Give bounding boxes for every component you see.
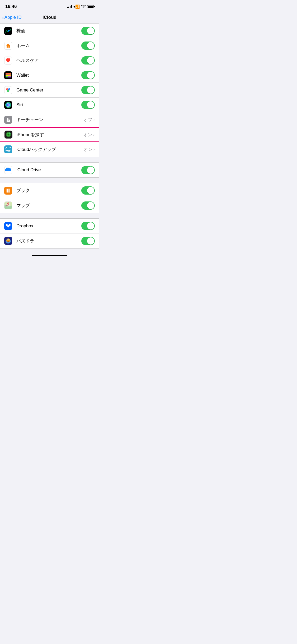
dropbox-icon <box>4 222 12 230</box>
settings-group-4: Dropbox パズドラ <box>0 218 99 249</box>
iclouddrive-toggle[interactable] <box>81 166 95 174</box>
nav-bar: ‹ Apple ID iCloud <box>0 12 99 23</box>
row-maps[interactable]: 280 マップ <box>0 198 99 213</box>
siri-icon <box>4 101 12 109</box>
row-findmy[interactable]: iPhoneを探す オン › <box>0 127 99 142</box>
toggle-knob <box>87 222 94 229</box>
svg-rect-6 <box>8 76 11 77</box>
row-dropbox[interactable]: Dropbox <box>0 219 99 233</box>
toggle-knob <box>87 187 94 194</box>
row-keychain[interactable]: キーチェーン オフ › <box>0 112 99 127</box>
toggle-knob <box>87 202 94 209</box>
gamecenter-icon <box>4 86 12 94</box>
health-toggle[interactable] <box>81 56 95 65</box>
svg-point-12 <box>9 89 10 90</box>
settings-group-3: ブック 280 マップ <box>0 183 99 213</box>
gamecenter-toggle[interactable] <box>81 86 95 94</box>
chevron-right-icon: › <box>93 132 95 137</box>
toggle-knob <box>87 42 94 49</box>
svg-point-46 <box>7 240 8 240</box>
toggle-knob <box>87 86 94 94</box>
gamecenter-label: Game Center <box>16 88 81 93</box>
wifi-icon <box>81 5 86 8</box>
home-toggle[interactable] <box>81 42 95 50</box>
toggle-knob <box>87 101 94 108</box>
health-label: ヘルスケア <box>16 57 81 63</box>
row-home[interactable]: ホーム <box>0 38 99 53</box>
row-icloudbackup[interactable]: iCloudバックアップ オン › <box>0 142 99 157</box>
home-label: ホーム <box>16 43 81 49</box>
stocks-icon <box>4 27 12 35</box>
siri-toggle[interactable] <box>81 101 95 109</box>
stocks-toggle[interactable] <box>81 27 95 35</box>
stocks-label: 株価 <box>16 28 81 34</box>
icloudbackup-label: iCloudバックアップ <box>16 146 83 153</box>
findmy-icon <box>4 131 12 139</box>
iclouddrive-icon <box>4 166 12 174</box>
svg-point-11 <box>7 89 8 90</box>
row-stocks[interactable]: 株価 <box>0 24 99 38</box>
maps-icon: 280 <box>4 201 12 209</box>
dropbox-label: Dropbox <box>16 223 81 229</box>
svg-rect-30 <box>8 189 10 192</box>
wifi-icon: ▾📶 <box>73 4 80 9</box>
puzzledragons-icon <box>4 237 12 245</box>
svg-point-47 <box>9 240 9 240</box>
battery-icon <box>87 5 94 8</box>
puzzledragons-toggle[interactable] <box>81 237 95 245</box>
toggle-knob <box>87 27 94 34</box>
svg-rect-3 <box>6 73 11 75</box>
home-indicator-area <box>0 249 99 260</box>
puzzledragons-label: パズドラ <box>16 238 81 244</box>
findmy-value: オン <box>83 132 92 138</box>
icloudbackup-value: オン <box>83 146 92 153</box>
chevron-right-icon: › <box>93 117 95 122</box>
toggle-knob <box>87 57 94 64</box>
home-indicator <box>32 255 67 256</box>
row-wallet[interactable]: Wallet <box>0 68 99 83</box>
row-books[interactable]: ブック <box>0 183 99 198</box>
svg-point-35 <box>8 203 9 204</box>
health-icon <box>4 57 12 65</box>
row-gamecenter[interactable]: Game Center <box>0 83 99 98</box>
chevron-left-icon: ‹ <box>2 15 4 20</box>
row-siri[interactable]: Siri <box>0 98 99 112</box>
svg-rect-5 <box>6 76 8 77</box>
svg-rect-29 <box>7 189 8 192</box>
back-label: Apple ID <box>4 15 22 20</box>
iclouddrive-label: iCloud Drive <box>16 167 81 173</box>
toggle-knob <box>87 72 94 79</box>
icloudbackup-icon <box>4 145 12 153</box>
findmy-label: iPhoneを探す <box>17 132 83 138</box>
svg-text:280: 280 <box>6 205 8 206</box>
wallet-icon <box>4 71 12 79</box>
row-health[interactable]: ヘルスケア <box>0 53 99 68</box>
books-icon <box>4 187 12 195</box>
keychain-label: キーチェーン <box>16 117 83 123</box>
row-iclouddrive[interactable]: iCloud Drive <box>0 163 99 177</box>
signal-icon <box>67 5 72 8</box>
keychain-value: オフ <box>83 117 92 123</box>
back-button[interactable]: ‹ Apple ID <box>2 15 22 20</box>
svg-point-23 <box>8 134 9 135</box>
maps-label: マップ <box>16 203 81 209</box>
toggle-knob <box>87 167 94 174</box>
row-puzzledragons[interactable]: パズドラ <box>0 233 99 248</box>
wallet-toggle[interactable] <box>81 71 95 79</box>
wallet-label: Wallet <box>16 73 81 78</box>
chevron-right-icon: › <box>93 147 95 152</box>
books-label: ブック <box>16 187 81 194</box>
keychain-icon <box>4 116 12 124</box>
settings-group-2: iCloud Drive <box>0 162 99 178</box>
svg-rect-18 <box>8 120 9 121</box>
maps-toggle[interactable] <box>81 201 95 210</box>
svg-point-40 <box>8 227 9 228</box>
toggle-knob <box>87 237 94 245</box>
status-bar: 16:46 ▾📶 <box>0 0 99 12</box>
dropbox-toggle[interactable] <box>81 222 95 230</box>
books-toggle[interactable] <box>81 186 95 195</box>
status-icons: ▾📶 <box>67 4 94 9</box>
settings-group-1: 株価 ホーム ヘルスケア <box>0 23 99 157</box>
siri-label: Siri <box>16 102 81 108</box>
status-time: 16:46 <box>5 4 17 9</box>
